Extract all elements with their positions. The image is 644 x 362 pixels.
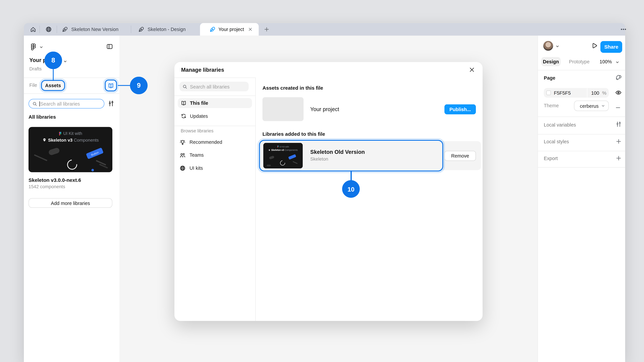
component-doodad	[279, 159, 286, 166]
zoom-level[interactable]: 100%	[600, 59, 612, 64]
chevron-down-icon[interactable]	[64, 59, 67, 63]
page-opacity-field[interactable]: 100 %	[588, 88, 609, 98]
close-dialog-button[interactable]	[469, 67, 475, 73]
visibility-button[interactable]	[615, 89, 622, 96]
divider	[256, 78, 256, 321]
page-section-label: Page	[544, 75, 556, 80]
color-swatch[interactable]	[546, 90, 551, 95]
export-label: Export	[544, 156, 558, 161]
remove-theme-button[interactable]	[615, 105, 621, 111]
right-sidebar: Share Design Prototype 100% Page F5F5F5 …	[538, 36, 625, 362]
figma-logo-icon	[30, 43, 37, 50]
tab-label: Skeleton New Version	[71, 27, 118, 32]
avatar[interactable]	[543, 41, 554, 51]
tab-bar: Skeleton New Version Skeleton - Design Y…	[24, 23, 625, 36]
dialog-search-placeholder: Search all libraries	[190, 84, 230, 89]
tab-skeleton-new-version[interactable]: Skeleton New Version	[57, 23, 131, 36]
component-doodad-spinner	[65, 158, 79, 172]
file-location: Drafts	[29, 66, 42, 71]
remove-button[interactable]: Remove	[444, 151, 476, 161]
dialog-search-input[interactable]: Search all libraries	[180, 82, 249, 91]
library-thumbnail[interactable]: UI Kit with Skeleton v3 Components Butto…	[28, 127, 112, 172]
component-doodad	[92, 169, 94, 171]
styles-button[interactable]	[615, 74, 622, 81]
component-doodad	[293, 161, 298, 164]
lightbulb-icon	[180, 139, 186, 145]
globe-icon	[45, 26, 52, 33]
assets-created-heading: Assets created in this file	[262, 85, 323, 91]
tab-design[interactable]: Design	[541, 57, 561, 66]
toggle-sidebar-button[interactable]	[106, 43, 113, 50]
tab-skeleton-design[interactable]: Skeleton - Design	[131, 23, 199, 36]
local-variables-label: Local variables	[544, 122, 576, 127]
chevron-down-icon[interactable]	[556, 44, 560, 48]
annotation-connector-9	[118, 85, 130, 86]
users-icon	[180, 152, 186, 158]
page-opacity-value: 100	[591, 90, 599, 95]
thumb-line2-bold: Skeleton v3	[48, 137, 72, 142]
divider	[538, 70, 625, 70]
manage-libraries-dialog: Manage libraries Search all libraries Th…	[174, 62, 483, 321]
theme-dropdown[interactable]: cerberus	[574, 100, 609, 111]
divider	[538, 167, 625, 168]
close-tab-icon[interactable]	[248, 27, 253, 32]
component-doodad	[48, 147, 60, 156]
thumb-line1: UI Kit with	[63, 131, 82, 136]
main-menu-button[interactable]	[30, 43, 37, 50]
add-more-libraries-button[interactable]: Add more libraries	[28, 198, 112, 208]
add-style-button[interactable]	[616, 138, 622, 145]
nav-ui-kits[interactable]: UI kits	[178, 163, 252, 173]
tab-your-project-active[interactable]: Your project	[200, 23, 259, 36]
text-caret	[40, 101, 40, 106]
libraries-button[interactable]	[106, 80, 116, 90]
library-row-thumbnail: UI Kit with Skeleton v3 Components	[263, 143, 303, 169]
divider	[174, 95, 256, 96]
annotation-badge-8: 8	[44, 52, 62, 69]
theme-label: Theme	[544, 103, 559, 108]
search-input[interactable]: Search all libraries	[28, 99, 104, 109]
open-variables-button[interactable]	[616, 121, 622, 128]
component-doodad	[269, 156, 274, 160]
tab-prototype[interactable]: Prototype	[569, 59, 590, 64]
plus-icon	[616, 155, 622, 161]
left-sidebar: Your project Drafts File Assets Search a…	[24, 36, 120, 362]
annotation-connector-8	[53, 68, 54, 81]
share-button[interactable]: Share	[600, 41, 622, 53]
annotation-badge-10: 10	[342, 180, 360, 198]
present-button[interactable]	[591, 42, 598, 49]
nav-this-file[interactable]: This file	[178, 98, 252, 108]
community-button[interactable]	[41, 23, 57, 36]
chevron-down-icon	[601, 104, 605, 108]
library-row-name: Skeleton Old Version	[310, 149, 365, 155]
dialog-title: Manage libraries	[181, 67, 224, 73]
component-doodad-button: Button	[86, 147, 104, 159]
library-meta: 1542 components	[28, 184, 65, 189]
chevron-down-icon[interactable]	[616, 60, 619, 64]
figma-app: Skeleton New Version Skeleton - Design Y…	[0, 0, 644, 362]
window-more-button[interactable]	[617, 23, 630, 36]
nav-teams[interactable]: Teams	[178, 150, 252, 160]
nav-updates[interactable]: Updates	[178, 111, 252, 121]
new-tab-button[interactable]	[261, 23, 272, 36]
nav-recommended[interactable]: Recommended	[178, 137, 252, 147]
section-title: All libraries	[28, 114, 56, 120]
publish-button[interactable]: Publish...	[444, 104, 476, 114]
file-name: Your project	[310, 106, 339, 112]
browse-libraries-heading: Browse libraries	[181, 128, 214, 133]
chevron-down-icon[interactable]	[40, 45, 43, 49]
home-button[interactable]	[27, 23, 40, 36]
home-icon	[30, 26, 36, 33]
add-export-button[interactable]	[616, 155, 622, 161]
thumb-line2-rest: Components	[74, 137, 99, 142]
tab-assets[interactable]: Assets	[42, 81, 64, 90]
theme-value: cerberus	[580, 103, 599, 108]
divider	[538, 134, 625, 135]
annotation-connector-10	[350, 171, 352, 181]
page-color-field[interactable]: F5F5F5	[544, 88, 587, 98]
libraries-added-heading: Libraries added to this file	[262, 131, 325, 137]
figma-file-icon	[138, 26, 144, 32]
filter-button[interactable]	[108, 100, 114, 107]
skull-icon	[42, 138, 46, 142]
tab-file[interactable]: File	[29, 83, 37, 88]
divider	[24, 78, 120, 78]
